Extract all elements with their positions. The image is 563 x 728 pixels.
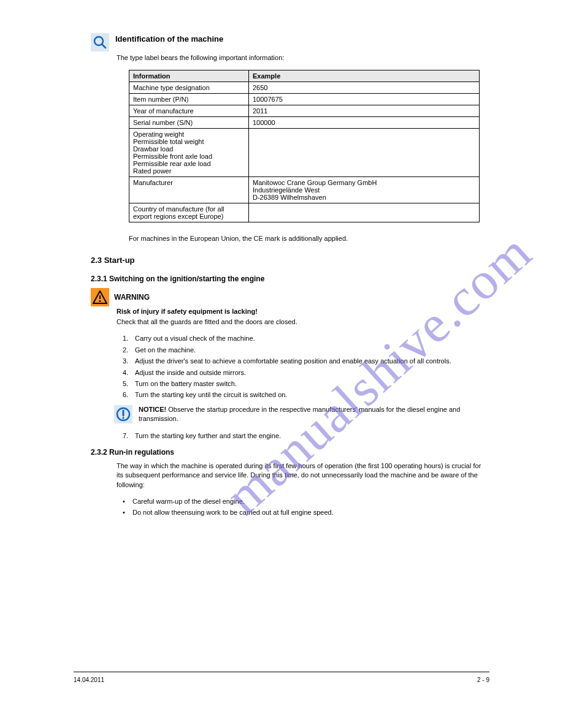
type-label-table: Information Example Machine type designa…	[129, 70, 480, 222]
identification-subtitle: The type label bears the following impor…	[117, 54, 489, 61]
startup-heading: 2.3 Start-up	[91, 256, 489, 265]
table-row: Operating weight Permissible total weigh…	[129, 129, 480, 177]
ignition-heading: 2.3.1 Switching on the ignition/starting…	[91, 275, 489, 283]
magnifier-icon	[91, 33, 109, 51]
footer-date: 14.04.2011	[74, 677, 104, 683]
runin-bullets: •Careful warm-up of the diesel engine. •…	[123, 497, 489, 518]
startup-steps: 1.Carry out a visual check of the machin…	[123, 334, 489, 400]
table-row: ManufacturerManitowoc Crane Group German…	[129, 177, 480, 203]
svg-point-7	[122, 417, 124, 419]
table-row: Serial number (S/N)100000	[129, 117, 480, 129]
notice-exclamation-icon	[114, 405, 132, 423]
warning-label: WARNING	[114, 293, 150, 301]
footer-divider	[74, 672, 489, 672]
svg-line-1	[102, 44, 105, 48]
table-row: Item number (P/N)10007675	[129, 94, 480, 105]
warning-triangle-icon	[91, 288, 109, 306]
table-row: Machine type designation2650	[129, 82, 480, 94]
warning-body: Check that all the guards are fitted and…	[117, 317, 489, 327]
runin-intro: The way in which the machine is operated…	[117, 461, 489, 490]
notice-label: NOTICE!	[139, 406, 166, 413]
svg-point-4	[99, 300, 101, 302]
identification-heading: Identification of the machine	[115, 33, 223, 44]
table-header-row: Information Example	[129, 70, 480, 82]
ce-mark-note: For machines in the European Union, the …	[129, 235, 489, 242]
page-content: Identification of the machine The type l…	[91, 33, 489, 521]
notice-block: NOTICE! Observe the startup procedure in…	[114, 405, 489, 424]
footer-page-number: 2 - 9	[477, 677, 489, 683]
runin-heading: 2.3.2 Run-in regulations	[91, 448, 489, 457]
notice-text: Observe the startup procedure in the res…	[139, 406, 460, 422]
table-header: Example	[249, 70, 480, 82]
table-row: Year of manufacture2011	[129, 105, 480, 117]
startup-step-final: 7.Turn the starting key further and star…	[123, 431, 489, 441]
table-header: Information	[129, 70, 249, 82]
table-row: Country of manufacture (for all export r…	[129, 203, 480, 222]
warning-subtitle: Risk of injury if safety equipment is la…	[117, 308, 489, 315]
